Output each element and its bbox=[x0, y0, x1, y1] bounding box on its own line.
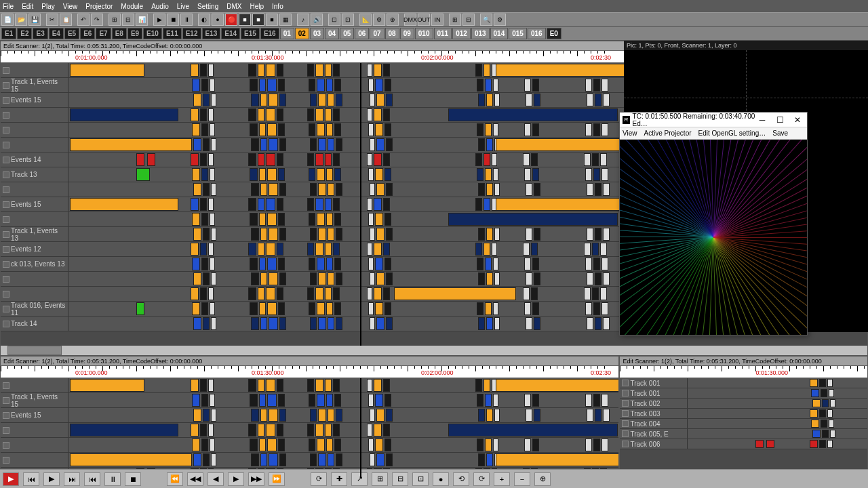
clip[interactable] bbox=[584, 243, 591, 256]
clip[interactable] bbox=[485, 439, 492, 451]
clip[interactable] bbox=[587, 409, 593, 422]
clip[interactable] bbox=[277, 198, 283, 211]
clip[interactable] bbox=[819, 379, 826, 387]
clip[interactable] bbox=[201, 302, 208, 315]
clip[interactable] bbox=[829, 389, 834, 397]
transport-btn-16[interactable]: ⟳ bbox=[311, 472, 327, 486]
clip[interactable] bbox=[251, 272, 259, 285]
clip[interactable] bbox=[375, 258, 383, 270]
scene-01[interactable]: 01 bbox=[280, 28, 294, 39]
clip[interactable] bbox=[192, 79, 200, 92]
clip[interactable] bbox=[326, 302, 333, 315]
clip[interactable] bbox=[326, 79, 333, 92]
clip[interactable] bbox=[374, 243, 382, 256]
track-header[interactable]: ck 013, Events 13 bbox=[1, 257, 68, 271]
clip[interactable] bbox=[822, 430, 829, 438]
clip[interactable] bbox=[210, 394, 215, 407]
clip[interactable] bbox=[250, 439, 258, 451]
clip[interactable] bbox=[260, 317, 267, 330]
clip[interactable] bbox=[318, 453, 326, 466]
scene-E11[interactable]: E11 bbox=[163, 28, 182, 39]
clip[interactable] bbox=[250, 213, 258, 226]
clip[interactable] bbox=[279, 272, 286, 285]
clip[interactable] bbox=[208, 379, 214, 392]
clip[interactable] bbox=[494, 228, 500, 241]
clip[interactable] bbox=[328, 183, 334, 196]
track-header[interactable] bbox=[1, 423, 68, 437]
toolbar-btn-43[interactable]: 🔍 bbox=[480, 14, 492, 26]
clip[interactable] bbox=[494, 317, 500, 330]
clip[interactable] bbox=[333, 424, 340, 436]
clip[interactable] bbox=[267, 394, 277, 407]
clip[interactable] bbox=[523, 153, 530, 166]
track-body[interactable] bbox=[68, 438, 618, 452]
clip[interactable] bbox=[307, 424, 314, 436]
clip[interactable] bbox=[827, 440, 833, 448]
clip[interactable] bbox=[266, 153, 275, 166]
clip[interactable] bbox=[334, 168, 341, 181]
clip[interactable] bbox=[307, 108, 314, 121]
clip[interactable] bbox=[333, 243, 340, 256]
clip[interactable] bbox=[259, 213, 266, 226]
clip[interactable] bbox=[477, 439, 484, 451]
timeline3[interactable]: Track 001Track 001Track 002Track 003Trac… bbox=[620, 378, 867, 478]
minimize-button[interactable]: ─ bbox=[755, 115, 769, 125]
scene-E8[interactable]: E8 bbox=[112, 28, 127, 39]
clip[interactable] bbox=[269, 183, 278, 196]
toolbar-btn-24[interactable]: ▦ bbox=[279, 14, 292, 26]
clip[interactable] bbox=[493, 168, 498, 181]
clip[interactable] bbox=[318, 272, 326, 285]
clip[interactable] bbox=[376, 317, 384, 330]
clip[interactable] bbox=[475, 153, 482, 166]
clip[interactable] bbox=[475, 198, 482, 211]
clip[interactable] bbox=[531, 153, 538, 166]
transport-btn-10[interactable]: ◀ bbox=[208, 472, 224, 486]
clip[interactable] bbox=[375, 302, 383, 315]
clip[interactable] bbox=[307, 153, 314, 166]
track-header[interactable]: Track 003 bbox=[620, 409, 688, 418]
clip[interactable] bbox=[208, 64, 214, 77]
clip[interactable] bbox=[309, 79, 315, 92]
clip[interactable] bbox=[210, 168, 215, 181]
clip[interactable] bbox=[192, 123, 200, 136]
clip[interactable] bbox=[811, 420, 819, 428]
clip[interactable] bbox=[317, 258, 325, 270]
clip[interactable] bbox=[601, 168, 608, 181]
clip[interactable] bbox=[375, 394, 383, 407]
clip[interactable] bbox=[532, 394, 539, 407]
clip[interactable] bbox=[250, 123, 258, 136]
clip[interactable] bbox=[309, 302, 315, 315]
track-header[interactable] bbox=[1, 287, 68, 301]
clip[interactable] bbox=[376, 272, 384, 285]
track-header[interactable]: Track 006 bbox=[620, 439, 688, 449]
clip[interactable] bbox=[70, 379, 144, 392]
clip[interactable] bbox=[309, 258, 315, 270]
clip[interactable] bbox=[600, 243, 607, 256]
clip[interactable] bbox=[193, 453, 201, 466]
menu-setting[interactable]: Setting bbox=[197, 3, 218, 10]
clip[interactable] bbox=[593, 79, 600, 92]
scene-e0[interactable]: E0 bbox=[547, 28, 561, 39]
clip[interactable] bbox=[384, 394, 391, 407]
clip[interactable] bbox=[279, 138, 286, 151]
clip[interactable] bbox=[201, 213, 208, 226]
track-header[interactable]: Track 1, Events 15 bbox=[1, 393, 68, 407]
clip[interactable] bbox=[307, 198, 314, 211]
clip[interactable] bbox=[494, 409, 500, 422]
clip[interactable] bbox=[191, 108, 199, 121]
clip[interactable] bbox=[315, 379, 323, 392]
clip[interactable] bbox=[258, 198, 264, 211]
scene-E13[interactable]: E13 bbox=[202, 28, 221, 39]
clip[interactable] bbox=[493, 302, 498, 315]
clip[interactable] bbox=[494, 272, 500, 285]
clip[interactable] bbox=[136, 168, 150, 181]
clip[interactable] bbox=[191, 153, 199, 166]
clip[interactable] bbox=[328, 138, 334, 151]
clip[interactable] bbox=[478, 409, 485, 422]
clip[interactable] bbox=[307, 287, 314, 300]
clip[interactable] bbox=[310, 183, 317, 196]
clip[interactable] bbox=[534, 317, 540, 330]
clip[interactable] bbox=[193, 317, 201, 330]
clip[interactable] bbox=[211, 453, 216, 466]
clip[interactable] bbox=[192, 394, 200, 407]
